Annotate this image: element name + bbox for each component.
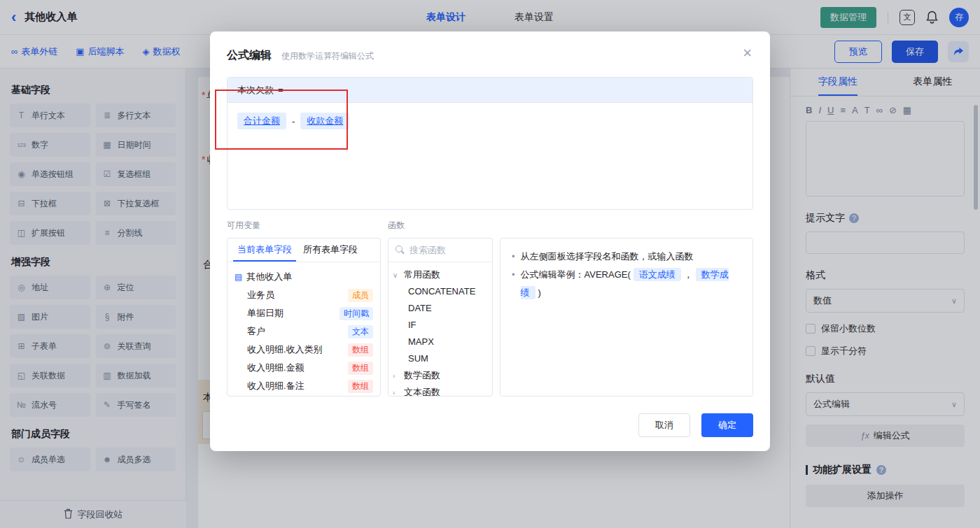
variables-label: 可用变量 bbox=[227, 220, 381, 232]
close-icon[interactable]: × bbox=[743, 45, 752, 61]
function-item-concatenate[interactable]: CONCATENATE bbox=[393, 283, 488, 300]
function-item-sum[interactable]: SUM bbox=[393, 350, 488, 367]
chevron-right-icon: › bbox=[393, 389, 400, 397]
function-item-date[interactable]: DATE bbox=[393, 300, 488, 317]
variable-row-income-category[interactable]: 收入明细.收入类别 数组 bbox=[234, 341, 373, 359]
variable-name: 客户 bbox=[247, 325, 265, 338]
formula-target-bar: 本次欠款 = bbox=[227, 78, 752, 103]
function-group-label: 文本函数 bbox=[404, 386, 440, 397]
variable-row-salesperson[interactable]: 业务员 成员 bbox=[234, 286, 373, 304]
variable-name: 收入明细.备注 bbox=[247, 380, 304, 392]
function-search-input[interactable]: 搜索函数 bbox=[388, 238, 492, 262]
chevron-down-icon: ∨ bbox=[393, 271, 400, 279]
function-search-placeholder: 搜索函数 bbox=[410, 244, 446, 257]
variable-row-income-note[interactable]: 收入明细.备注 数组 bbox=[234, 377, 373, 395]
cancel-button[interactable]: 取消 bbox=[638, 413, 690, 437]
formula-edit-modal: 公式编辑 使用数学运算符编辑公式 × 本次欠款 = 合计金额 - 收款金额 可用… bbox=[210, 31, 770, 451]
bullet-icon: • bbox=[512, 248, 515, 266]
tree-root-form[interactable]: ▤ 其他收入单 bbox=[234, 268, 373, 286]
variable-row-document-date[interactable]: 单据日期 时间戳 bbox=[234, 304, 373, 322]
formula-equals: = bbox=[278, 85, 284, 95]
type-tag: 时间戳 bbox=[340, 307, 373, 320]
confirm-button[interactable]: 确定 bbox=[701, 413, 753, 437]
tab-current-form-fields[interactable]: 当前表单字段 bbox=[233, 238, 296, 262]
type-tag: 数组 bbox=[348, 343, 373, 357]
tip-example-prefix: 公式编辑举例：AVERAGE( bbox=[521, 269, 631, 280]
variables-panel: 当前表单字段 所有表单字段 ▤ 其他收入单 业务员 成员 单据日期 时间戳 bbox=[227, 238, 381, 397]
chevron-right-icon: › bbox=[393, 372, 400, 380]
search-icon bbox=[396, 245, 405, 255]
function-item-if[interactable]: IF bbox=[393, 317, 488, 334]
tips-panel: • 从左侧面板选择字段名和函数，或输入函数 • 公式编辑举例：AVERAGE(语… bbox=[500, 238, 753, 397]
tab-all-form-fields[interactable]: 所有表单字段 bbox=[299, 238, 362, 262]
function-group-math[interactable]: › 数学函数 bbox=[393, 367, 488, 384]
formula-target-field: 本次欠款 bbox=[237, 84, 274, 97]
variable-row-customer[interactable]: 客户 文本 bbox=[234, 322, 373, 341]
form-doc-icon: ▤ bbox=[234, 272, 242, 282]
function-group-common[interactable]: ∨ 常用函数 bbox=[393, 266, 488, 283]
variable-name: 业务员 bbox=[247, 289, 274, 301]
tip-text-1: 从左侧面板选择字段名和函数，或输入函数 bbox=[521, 248, 694, 266]
function-group-label: 数学函数 bbox=[404, 369, 440, 382]
variable-row-income-amount[interactable]: 收入明细.金额 数组 bbox=[234, 359, 373, 377]
formula-editor[interactable]: 本次欠款 = 合计金额 - 收款金额 bbox=[227, 77, 753, 210]
formula-chip-received-amount[interactable]: 收款金额 bbox=[300, 113, 349, 129]
function-group-text[interactable]: › 文本函数 bbox=[393, 384, 488, 397]
formula-chip-total-amount[interactable]: 合计金额 bbox=[237, 113, 286, 129]
functions-panel: 搜索函数 ∨ 常用函数 CONCATENATE DATE IF MAPX SUM… bbox=[388, 238, 493, 397]
type-tag: 文本 bbox=[348, 325, 373, 338]
variable-name: 收入明细.收入类别 bbox=[247, 343, 323, 356]
variable-name: 收入明细.金额 bbox=[247, 362, 304, 374]
tip-example-suffix: ) bbox=[538, 287, 541, 298]
functions-label: 函数 bbox=[388, 220, 493, 232]
modal-subtitle: 使用数学运算符编辑公式 bbox=[281, 50, 374, 62]
function-item-mapx[interactable]: MAPX bbox=[393, 334, 488, 350]
tip-text-2: 公式编辑举例：AVERAGE(语文成绩，数学成绩) bbox=[521, 266, 741, 302]
bullet-icon: • bbox=[512, 266, 515, 284]
type-tag: 数组 bbox=[348, 380, 373, 393]
formula-operator: - bbox=[292, 116, 295, 127]
variable-name: 单据日期 bbox=[247, 307, 284, 320]
function-group-label: 常用函数 bbox=[404, 269, 440, 281]
type-tag: 数组 bbox=[348, 362, 373, 375]
modal-title: 公式编辑 bbox=[227, 48, 272, 63]
type-tag: 成员 bbox=[348, 289, 373, 302]
tip-example-comma: ， bbox=[684, 269, 693, 280]
example-chip-chinese-score: 语文成绩 bbox=[634, 268, 681, 281]
tree-root-label: 其他收入单 bbox=[246, 271, 292, 283]
